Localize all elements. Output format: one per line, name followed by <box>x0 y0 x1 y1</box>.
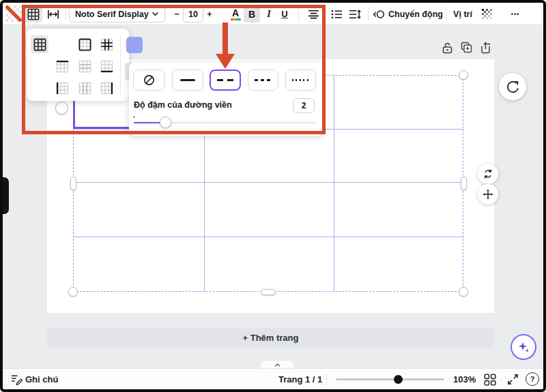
table-right-edge-handle[interactable] <box>461 177 467 190</box>
underline-button[interactable]: U <box>277 5 292 22</box>
position-label: Vị trí <box>453 10 472 19</box>
zoom-level[interactable]: 103% <box>453 374 476 385</box>
motion-icon <box>373 9 385 20</box>
font-size-stepper: − 10 + <box>171 5 216 22</box>
font-family-select[interactable]: Noto Serif Display <box>69 5 165 22</box>
transparency-dither-icon <box>482 9 493 20</box>
border-option-left-border[interactable] <box>53 79 71 97</box>
border-option-all-borders[interactable] <box>31 35 48 53</box>
text-align-button[interactable] <box>304 5 322 22</box>
bold-button[interactable]: B <box>244 5 260 22</box>
notes-label[interactable]: Ghi chú <box>25 374 58 385</box>
border-option-inner-borders[interactable] <box>98 35 115 53</box>
export-icon <box>480 42 491 54</box>
increase-font-button[interactable]: + <box>203 10 216 19</box>
expand-icon <box>507 374 519 385</box>
bottom-bar-separator <box>326 374 327 386</box>
help-label: ? <box>530 375 535 383</box>
table-top-right-handle[interactable] <box>459 70 468 80</box>
table-bottom-edge-handle[interactable] <box>261 289 276 295</box>
animation-button[interactable]: Chuyển động <box>373 5 444 22</box>
transparent-color-swatch-icon[interactable] <box>5 5 22 22</box>
border-option-top-border[interactable] <box>53 57 71 75</box>
move-icon <box>483 189 493 200</box>
border-color-swatch[interactable] <box>126 37 143 53</box>
dash-medium-icon <box>217 79 233 81</box>
chevron-down-icon <box>152 12 159 16</box>
animation-label: Chuyển động <box>388 10 443 19</box>
annotation-arrow-head <box>216 54 235 69</box>
toolbar-separator <box>368 7 369 20</box>
more-options-button[interactable]: ••• <box>505 5 526 22</box>
align-center-icon <box>308 10 319 19</box>
lock-icon <box>442 42 453 54</box>
line-spacing-icon <box>349 10 361 19</box>
text-color-button[interactable]: A <box>228 5 243 22</box>
notes-icon <box>11 374 23 385</box>
chevron-up-icon <box>274 363 281 367</box>
border-weight-label: Độ đậm của đường viền <box>134 100 232 110</box>
add-page-button[interactable]: + Thêm trang <box>47 328 494 348</box>
spacing-icon <box>47 9 59 20</box>
fullscreen-button[interactable] <box>507 374 519 385</box>
style-dash-medium-button[interactable] <box>210 70 241 91</box>
decrease-font-button[interactable]: − <box>171 10 183 19</box>
grid-view-icon <box>484 374 496 386</box>
solid-line-icon <box>180 79 195 81</box>
table-borders-button[interactable] <box>25 5 42 22</box>
grid-view-button[interactable] <box>484 374 496 386</box>
bottom-status-bar: Ghi chú Trang 1 / 1 103% ? <box>3 368 543 389</box>
border-option-outer-borders[interactable] <box>76 35 94 53</box>
duplicate-button[interactable] <box>461 42 472 54</box>
duplicate-icon <box>461 42 472 54</box>
lock-button[interactable] <box>442 42 453 54</box>
cell-corner-handle[interactable] <box>55 102 68 115</box>
table-bottom-left-handle[interactable] <box>68 287 78 297</box>
sidebar-collapse-tab[interactable] <box>3 177 9 214</box>
bullet-list-button[interactable] <box>328 5 345 22</box>
comment-button[interactable] <box>499 73 526 100</box>
font-size-value[interactable]: 10 <box>183 5 203 22</box>
list-icon <box>331 10 343 19</box>
line-spacing-button[interactable] <box>346 5 364 22</box>
slider-tick <box>133 116 135 118</box>
style-dash-small-button[interactable] <box>248 70 278 91</box>
transparency-button[interactable] <box>478 5 496 22</box>
export-page-button[interactable] <box>480 42 491 54</box>
app-window: Noto Serif Display − 10 + A B I U <box>0 0 546 392</box>
editor-root: Noto Serif Display − 10 + A B I U <box>3 3 543 389</box>
rotate-icon <box>483 168 493 179</box>
notes-button[interactable] <box>11 374 23 386</box>
style-dotted-button[interactable] <box>285 70 316 91</box>
help-button[interactable]: ? <box>526 372 539 386</box>
italic-button[interactable]: I <box>262 5 276 22</box>
border-weight-slider-thumb[interactable] <box>160 117 171 128</box>
border-weight-value[interactable]: 2 <box>293 98 315 113</box>
border-option-horizontal-inner[interactable] <box>76 57 94 75</box>
rotate-button[interactable] <box>478 164 498 184</box>
style-no-border-button[interactable] <box>133 70 165 91</box>
ai-assistant-button[interactable] <box>511 334 536 360</box>
zoom-slider[interactable] <box>336 378 444 380</box>
no-border-icon <box>143 74 155 86</box>
zoom-slider-thumb[interactable] <box>394 375 403 384</box>
sparkle-icon <box>517 340 530 354</box>
table-left-edge-handle[interactable] <box>70 177 76 190</box>
border-option-vertical-inner[interactable] <box>76 79 94 97</box>
toolbar-separator <box>66 7 66 20</box>
border-style-panel: Độ đậm của đường viền 2 <box>129 63 324 136</box>
table-bottom-right-handle[interactable] <box>459 287 468 297</box>
toolbar-separator <box>298 7 299 20</box>
table-borders-panel <box>27 29 129 101</box>
cell-spacing-button[interactable] <box>44 5 62 22</box>
text-color-icon: A <box>231 8 241 20</box>
style-solid-button[interactable] <box>172 70 203 91</box>
comment-icon <box>506 80 520 94</box>
table-grid-icon <box>27 8 40 20</box>
position-button[interactable]: Vị trí <box>450 5 476 22</box>
border-option-bottom-border[interactable] <box>98 57 115 75</box>
move-button[interactable] <box>478 184 498 205</box>
panel-divider <box>120 35 121 94</box>
toolbar: Noto Serif Display − 10 + A B I U <box>3 3 543 25</box>
border-option-right-border[interactable] <box>98 79 115 97</box>
